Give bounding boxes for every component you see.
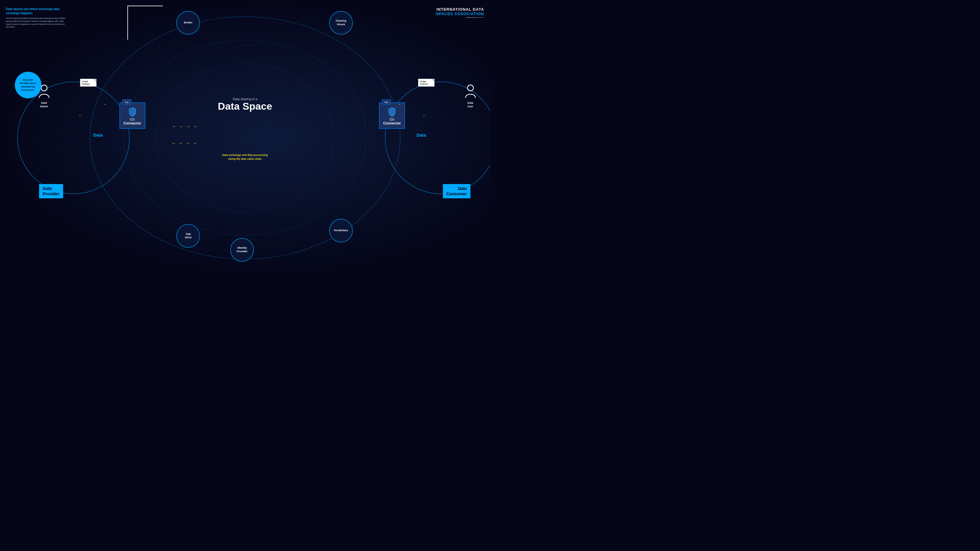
connector-subtitle-left: Connector: [124, 121, 141, 125]
connector-title-left: IDS: [124, 118, 141, 121]
svg-point-3: [468, 85, 473, 91]
policy-arrow-left-right: →: [103, 102, 107, 107]
logo: INTERNATIONAL DATA SPACES ASSOCIATION: [436, 7, 484, 18]
vocabulary-node[interactable]: Vocabulary: [329, 219, 353, 242]
svg-point-2: [41, 85, 47, 91]
usage-policies-left: Usage Policies: [80, 79, 96, 86]
arrow-right-4: →: [193, 124, 197, 129]
data-owner-label: Data Owner: [37, 101, 51, 108]
data-label-right: Data: [417, 132, 426, 137]
data-user-label: Data User: [463, 101, 478, 108]
data-consumer-label: Data Consumer: [443, 184, 471, 198]
person-icon-user: [463, 84, 478, 99]
policy-arrow-right-left: ←: [398, 102, 402, 107]
connector-title-right: IDS: [383, 118, 401, 121]
policy-arrow-left-left: ←: [78, 113, 82, 117]
clearing-house-node[interactable]: Clearing House: [329, 11, 353, 35]
arrow-left-3: ←: [186, 140, 191, 146]
app-badge-right: App: [382, 100, 391, 105]
data-label-left: Data: [93, 132, 103, 137]
usage-policies-right: Usage Policies: [418, 79, 434, 86]
ellipse-inner: [156, 64, 334, 212]
arrow-left-1: ←: [172, 140, 176, 146]
arrow-left-2: ←: [179, 140, 183, 146]
center-title: Data Space: [218, 101, 272, 112]
arrow-right-2: →: [179, 124, 183, 129]
app-badge-left: App: [123, 100, 131, 105]
arrow-right-3: →: [186, 124, 191, 129]
shield-icon-left: [128, 107, 137, 117]
ids-connector-right[interactable]: App IDS Connector: [379, 103, 405, 129]
logo-divider: [466, 17, 484, 18]
arrow-right-1: →: [172, 124, 176, 129]
app-store-node[interactable]: App Store: [176, 224, 200, 248]
circle-left-provider: [17, 81, 130, 194]
logo-line2: SPACES ASSOCIATION: [436, 11, 484, 16]
top-left-body: The IDS standard enables trustworthy dat…: [6, 17, 65, 29]
arrow-left-4: ←: [193, 140, 197, 146]
top-left-title: Data spaces are where sovereign data exc…: [6, 7, 65, 16]
data-exchange-label: Data exchange and data processing along …: [222, 153, 268, 161]
data-provider-label: Data Provider: [39, 184, 63, 198]
arrows-top-row: → → → →: [172, 124, 197, 129]
policy-arrow-right-right: ←: [422, 113, 426, 117]
arrows-bottom-row: ← ← ← ←: [172, 140, 197, 146]
logo-line1: INTERNATIONAL DATA: [436, 7, 484, 11]
identity-provider-node[interactable]: Identity Provider: [230, 238, 254, 262]
top-left-text: Data spaces are where sovereign data exc…: [6, 7, 65, 29]
diagram-container: Data sharing in a Data Space Data exchan…: [0, 0, 490, 276]
connector-subtitle-right: Connector: [383, 121, 401, 125]
data-user-person[interactable]: Data User: [463, 84, 478, 108]
ids-connector-left[interactable]: App IDS Connector: [119, 103, 145, 129]
center-text: Data sharing in a Data Space: [218, 97, 272, 112]
top-left-box-outline: [127, 6, 163, 40]
shield-icon-right: [388, 107, 396, 117]
discover-circle[interactable]: Discover the data space elements by mous…: [15, 72, 41, 99]
